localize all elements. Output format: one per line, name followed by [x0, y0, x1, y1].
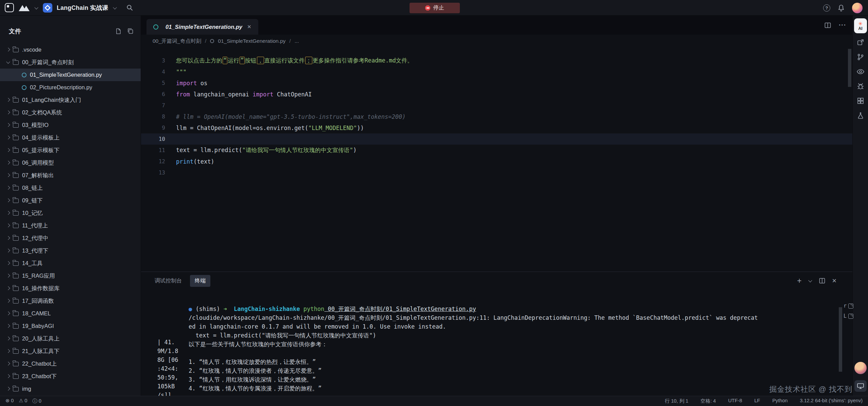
terminal[interactable]: | 41. 9M/1.8 8G [06 :42<4: 50:59, 105kB …	[141, 290, 852, 396]
close-icon[interactable]: ✕	[246, 23, 253, 31]
tab-terminal[interactable]: 终端	[190, 275, 210, 287]
code-line[interactable]: 6from langchain_openai import ChatOpenAI	[141, 89, 852, 100]
tree-item[interactable]: 06_调用模型	[0, 156, 141, 169]
tree-item[interactable]: 18_CAMEL	[0, 307, 141, 320]
new-terminal-icon[interactable]: +	[797, 277, 801, 285]
tree-item[interactable]: 15_RAG应用	[0, 270, 141, 282]
tree-item[interactable]: 00_开篇词_奇点时刻	[0, 56, 141, 69]
tree-item[interactable]: 09_链下	[0, 194, 141, 207]
tree-item[interactable]: 19_BabyAGI	[0, 320, 141, 332]
export-icon[interactable]	[857, 39, 864, 46]
terminal-dropdown-icon[interactable]	[808, 279, 812, 283]
split-panel-icon[interactable]	[819, 277, 826, 284]
flask-icon[interactable]	[857, 112, 864, 119]
app-menu-icon[interactable]	[5, 3, 14, 12]
breadcrumb-file[interactable]: 01_SimpleTextGeneration.py	[218, 38, 285, 44]
terminal-line: ● (shims) ➜ LangChain-shizhanke python 0…	[189, 304, 832, 313]
tab-bar: 01_SimpleTextGeneration.py ✕ ···	[141, 16, 852, 35]
folder-icon	[13, 60, 19, 65]
code-line[interactable]: 10	[141, 133, 852, 145]
code-line[interactable]: 7	[141, 100, 852, 111]
problem-counter[interactable]: ⊗ 0	[5, 398, 14, 404]
editor-scrollbar[interactable]	[848, 49, 851, 87]
chevron-icon	[5, 323, 12, 329]
cursor-position[interactable]: 行 10, 列 1	[665, 398, 688, 404]
eye-icon[interactable]	[856, 68, 865, 75]
new-file-icon[interactable]	[115, 28, 122, 35]
tree-item[interactable]: 23_Chatbot下	[0, 370, 141, 383]
chevron-icon	[5, 59, 12, 66]
code-line[interactable]: 9llm = ChatOpenAI(model=os.environ.get("…	[141, 122, 852, 133]
chevron-down-icon[interactable]	[34, 6, 38, 10]
tree-item[interactable]: 08_链上	[0, 182, 141, 194]
stop-button[interactable]: 停止	[410, 3, 460, 13]
problem-counter[interactable]: ⚠ 0	[19, 398, 27, 404]
breadcrumb-folder[interactable]: 00_开篇词_奇点时刻	[153, 38, 201, 45]
editor-group: 01_SimpleTextGeneration.py ✕ ··· 00_开篇词_…	[141, 16, 852, 396]
user-avatar[interactable]	[852, 3, 863, 13]
tree-item[interactable]: 17_回调函数	[0, 295, 141, 307]
encoding[interactable]: UTF-8	[728, 398, 742, 404]
editor-tab[interactable]: 01_SimpleTextGeneration.py ✕	[146, 19, 258, 35]
tree-item[interactable]: 11_代理上	[0, 219, 141, 232]
python-interpreter[interactable]: 3.12.2 64-bit ('shims': pyenv)	[800, 398, 863, 404]
code-line[interactable]: 8# llm = OpenAI(model_name="gpt-3.5-turb…	[141, 111, 852, 122]
tree-item[interactable]: 22_Chatbot上	[0, 357, 141, 370]
tree-item[interactable]: 12_代理中	[0, 232, 141, 244]
code-line[interactable]: 13	[141, 167, 852, 178]
language-mode[interactable]: Python	[772, 398, 787, 404]
tree-item[interactable]: 14_工具	[0, 257, 141, 270]
tree-item[interactable]: 01_SimpleTextGeneration.py	[0, 69, 141, 81]
split-editor-icon[interactable]	[824, 22, 831, 29]
debug-icon[interactable]	[857, 82, 864, 90]
tree-item-label: 16_操作数据库	[22, 285, 59, 292]
workspace-logo-icon[interactable]	[18, 4, 30, 12]
tree-item[interactable]: img	[0, 383, 141, 395]
code-line[interactable]: 11text = llm.predict("请给我写一句情人节红玫瑰的中文宣传语…	[141, 145, 852, 156]
tree-item[interactable]: .vscode	[0, 43, 141, 56]
ai-assistant-button[interactable]: ✳ AI	[854, 18, 867, 33]
tree-item[interactable]: 16_操作数据库	[0, 282, 141, 295]
git-branch-icon[interactable]	[857, 53, 864, 61]
remote-desktop-icon[interactable]	[854, 380, 867, 392]
close-panel-icon[interactable]: ✕	[832, 277, 837, 284]
tree-item[interactable]: 03_模型IO	[0, 119, 141, 131]
collapse-folders-icon[interactable]	[127, 28, 134, 35]
tree-item[interactable]: 10_记忆	[0, 207, 141, 219]
tree-item[interactable]: 05_提示模板下	[0, 144, 141, 156]
tree-item[interactable]: 20_人脉工具上	[0, 332, 141, 345]
tree-item[interactable]: 01_LangChain快速入门	[0, 94, 141, 106]
chevron-icon	[5, 97, 12, 103]
line-number: 9	[141, 125, 176, 131]
code-editor[interactable]: 3您可以点击上方的“运行”按钮，直接运行该文件；更多操作指引请参考Readme.…	[141, 48, 852, 272]
grid-icon[interactable]	[857, 97, 864, 105]
tree-item[interactable]: 04_提示模板上	[0, 131, 141, 144]
more-actions-icon[interactable]: ···	[839, 21, 846, 29]
tree-item[interactable]: 02_PictureDescription.py	[0, 81, 141, 94]
terminal-instance[interactable]: r	[844, 303, 853, 309]
indentation[interactable]: 空格: 4	[700, 398, 716, 404]
help-icon[interactable]: ?	[823, 4, 830, 12]
tree-item[interactable]: 21_人脉工具下	[0, 345, 141, 357]
code-line[interactable]: 5import os	[141, 77, 852, 89]
breadcrumb-symbol[interactable]: ...	[295, 38, 299, 44]
problem-counter[interactable]: ⓘ 0	[32, 398, 41, 404]
tree-item-label: 15_RAG应用	[22, 272, 55, 280]
terminal-scrollbar[interactable]	[839, 307, 842, 372]
notifications-icon[interactable]	[838, 4, 845, 12]
terminal-instance[interactable]: L	[844, 313, 853, 319]
tab-debug-console[interactable]: 调试控制台	[150, 275, 187, 287]
tree-item[interactable]: 02_文档QA系统	[0, 106, 141, 119]
tree-item-label: 05_提示模板下	[22, 147, 59, 154]
right-activity-bar: ✳ AI	[852, 16, 868, 396]
assistant-avatar[interactable]	[854, 362, 867, 374]
chevron-down-icon[interactable]	[113, 6, 117, 10]
search-icon[interactable]	[126, 4, 133, 11]
tree-item[interactable]: 13_代理下	[0, 244, 141, 257]
code-line[interactable]: 3您可以点击上方的“运行”按钮，直接运行该文件；更多操作指引请参考Readme.…	[141, 55, 852, 66]
code-line[interactable]: 4"""	[141, 66, 852, 77]
tree-item-label: 22_Chatbot上	[22, 360, 57, 368]
tree-item[interactable]: 07_解析输出	[0, 169, 141, 182]
eol[interactable]: LF	[754, 398, 760, 404]
code-line[interactable]: 12print(text)	[141, 156, 852, 167]
